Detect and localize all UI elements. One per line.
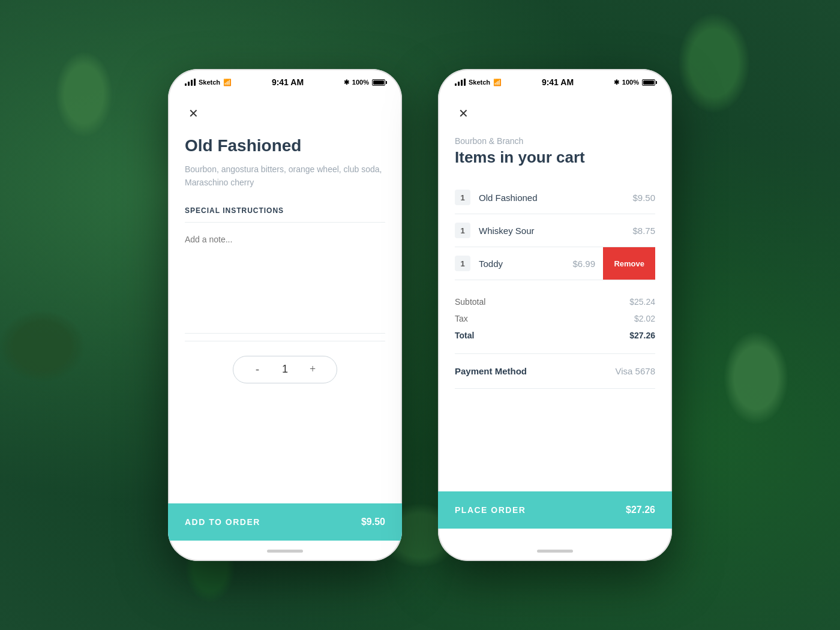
close-icon-right: ✕ <box>458 107 469 119</box>
special-instructions-label: SPECIAL INSTRUCTIONS <box>185 206 385 215</box>
carrier-left: Sketch <box>199 79 220 86</box>
item-name-3: Toddy <box>479 259 572 269</box>
total-label: Total <box>455 331 474 340</box>
background <box>0 0 840 630</box>
note-input[interactable] <box>185 230 385 326</box>
divider-instructions <box>185 222 385 223</box>
home-bar-right <box>537 550 573 553</box>
battery-pct-left: 100% <box>352 79 369 86</box>
total-row: Total $27.26 <box>455 327 655 344</box>
home-indicator-right <box>438 541 672 561</box>
item-qty-2: 1 <box>455 223 470 238</box>
cart-detail: ✕ Bourbon & Branch Items in your cart 1 … <box>438 93 672 541</box>
place-order-button[interactable]: PLACE ORDER $27.26 <box>438 491 672 529</box>
drink-title: Old Fashioned <box>185 136 385 155</box>
cart-title: Items in your cart <box>455 148 655 167</box>
status-bar-left: Sketch 📶 9:41 AM ✱ 100% <box>168 69 402 93</box>
home-indicator-left <box>168 541 402 561</box>
subtotal-label: Subtotal <box>455 297 485 307</box>
battery-icon-right <box>642 79 655 86</box>
restaurant-name: Bourbon & Branch <box>455 136 655 146</box>
status-left-right: Sketch 📶 <box>455 79 502 86</box>
status-right-right: ✱ 100% <box>614 79 655 86</box>
phone-left: Sketch 📶 9:41 AM ✱ 100% ✕ Old Fashioned … <box>168 69 402 561</box>
status-bar-right: Sketch 📶 9:41 AM ✱ 100% <box>438 69 672 93</box>
quantity-plus-button[interactable]: + <box>305 362 320 377</box>
cart-item-1: 1 Old Fashioned $9.50 <box>455 181 655 214</box>
add-to-order-price: $9.50 <box>361 517 385 527</box>
home-bar-left <box>267 550 303 553</box>
item-qty-1: 1 <box>455 190 470 205</box>
order-detail: ✕ Old Fashioned Bourbon, angostura bitte… <box>168 93 402 503</box>
subtotal-value: $25.24 <box>629 297 655 307</box>
remove-item-button[interactable]: Remove <box>603 247 655 280</box>
quantity-value: 1 <box>279 363 291 376</box>
tax-row: Tax $2.02 <box>455 310 655 327</box>
phone-left-content: ✕ Old Fashioned Bourbon, angostura bitte… <box>168 93 402 541</box>
time-left: 9:41 AM <box>272 77 304 87</box>
payment-section: Payment Method Visa 5678 <box>455 354 655 389</box>
divider-qty <box>185 333 385 334</box>
bluetooth-icon-right: ✱ <box>614 79 619 86</box>
cart-item-3: 1 Toddy $6.99 Remove <box>455 247 655 280</box>
item-price-2: $8.75 <box>632 226 655 236</box>
quantity-control: - 1 + <box>233 356 337 383</box>
phone-right: Sketch 📶 9:41 AM ✱ 100% ✕ Bourbon & Bran… <box>438 69 672 561</box>
item-name-2: Whiskey Sour <box>479 226 632 236</box>
signal-icon <box>185 79 196 86</box>
time-right: 9:41 AM <box>542 77 574 87</box>
add-to-order-label: ADD TO ORDER <box>185 517 260 527</box>
total-value: $27.26 <box>629 331 655 340</box>
phone-right-content: ✕ Bourbon & Branch Items in your cart 1 … <box>438 93 672 541</box>
close-icon-left: ✕ <box>188 107 199 119</box>
item-price-3: $6.99 <box>572 259 595 269</box>
bluetooth-icon-left: ✱ <box>344 79 349 86</box>
status-right-left: ✱ 100% <box>344 79 385 86</box>
wifi-icon-right: 📶 <box>493 79 502 86</box>
drink-ingredients: Bourbon, angostura bitters, orange wheel… <box>185 163 385 190</box>
place-order-price: $27.26 <box>626 505 655 515</box>
quantity-minus-button[interactable]: - <box>250 362 265 377</box>
place-order-label: PLACE ORDER <box>455 505 526 515</box>
carrier-right: Sketch <box>469 79 490 86</box>
subtotal-row: Subtotal $25.24 <box>455 293 655 310</box>
tax-value: $2.02 <box>634 314 655 323</box>
signal-icon-right <box>455 79 466 86</box>
item-price-1: $9.50 <box>632 193 655 203</box>
battery-icon-left <box>372 79 385 86</box>
tax-label: Tax <box>455 314 468 323</box>
item-qty-3: 1 <box>455 256 470 271</box>
close-button-left[interactable]: ✕ <box>185 105 202 122</box>
battery-pct-right: 100% <box>622 79 639 86</box>
payment-method-value: Visa 5678 <box>616 366 655 376</box>
cart-item-2: 1 Whiskey Sour $8.75 <box>455 214 655 247</box>
wifi-icon-left: 📶 <box>223 79 232 86</box>
status-left: Sketch 📶 <box>185 79 232 86</box>
item-name-1: Old Fashioned <box>479 193 632 203</box>
quantity-section: - 1 + <box>185 341 385 398</box>
close-button-right[interactable]: ✕ <box>455 105 472 122</box>
totals-section: Subtotal $25.24 Tax $2.02 Total $27.26 <box>455 284 655 354</box>
payment-method-label: Payment Method <box>455 366 527 376</box>
add-to-order-button[interactable]: ADD TO ORDER $9.50 <box>168 503 402 541</box>
cart-items: 1 Old Fashioned $9.50 1 Whiskey Sour $8.… <box>455 181 655 284</box>
